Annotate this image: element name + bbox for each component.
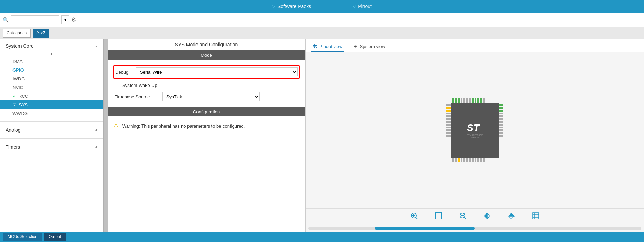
software-packs-item[interactable]: ▽ Software Packs	[272, 3, 311, 9]
sidebar-item-wwdg[interactable]: WWDG	[0, 109, 103, 118]
grid-button[interactable]	[532, 212, 540, 222]
pin-top-7	[469, 98, 471, 103]
svg-line-7	[464, 217, 466, 219]
system-core-label: System Core	[6, 43, 34, 49]
sidebar-item-sys[interactable]: ☑ SYS	[0, 100, 103, 109]
pin-left-10	[446, 129, 451, 131]
pin-top-11	[480, 98, 482, 103]
search-input[interactable]	[11, 15, 59, 24]
mode-section-header: Mode	[108, 50, 305, 60]
pin-top-8	[472, 98, 474, 103]
chip-model-text: STM32F030C8	[467, 134, 483, 136]
pin-left-4	[446, 113, 451, 114]
sys-check-icon: ☑	[12, 102, 17, 107]
sidebar-item-dma[interactable]: DMA	[0, 57, 103, 66]
sys-label: SYS	[19, 102, 28, 107]
fit-view-button[interactable]	[435, 212, 442, 222]
warning-icon: ⚠	[113, 122, 119, 130]
sidebar-item-iwdg[interactable]: IWDG	[0, 74, 103, 83]
categories-button[interactable]: Categories	[3, 29, 31, 38]
tab-system-view[interactable]: ⊞ System view	[352, 41, 386, 52]
chip-package-text: LQFP-48	[470, 136, 479, 139]
output-button[interactable]: Output	[44, 233, 66, 241]
sidebar: System Core ⌄ ▲ DMA GPIO IWDG NVIC ✓	[0, 39, 104, 232]
chip-body: ST STM32F030C8 LQFP-48	[451, 103, 499, 158]
zoom-in-button[interactable]	[410, 212, 418, 222]
sidebar-item-rcc[interactable]: ✓ RCC	[0, 92, 103, 100]
analog-label: Analog	[6, 127, 21, 133]
pin-right-5	[499, 115, 503, 117]
svg-text:ST: ST	[467, 122, 480, 132]
pinout-item[interactable]: ▽ Pinout	[353, 3, 372, 9]
pin-top-3	[458, 98, 460, 103]
view-tabs: 🛠 Pinout view ⊞ System view	[306, 39, 644, 52]
rcc-check-icon: ✓	[12, 94, 16, 99]
pin-left-11	[446, 132, 451, 134]
debug-select[interactable]: Serial Wire No Debug Trace Asynchronous …	[136, 67, 298, 76]
right-scrollbar[interactable]	[308, 227, 641, 230]
timebase-select[interactable]: SysTick TIM1 TIM2	[162, 92, 260, 101]
pins-top	[452, 98, 485, 103]
pin-bottom-6	[466, 158, 468, 162]
chip-container: ST STM32F030C8 LQFP-48	[440, 92, 510, 169]
sidebar-item-nvic[interactable]: NVIC	[0, 83, 103, 92]
pin-top-9	[475, 98, 476, 103]
pin-left-2	[446, 107, 451, 109]
sidebar-item-gpio[interactable]: GPIO	[0, 66, 103, 74]
pin-left-5	[446, 115, 451, 117]
pin-top-1	[452, 98, 454, 103]
system-core-section: System Core ⌄ ▲ DMA GPIO IWDG NVIC ✓	[0, 39, 103, 120]
pin-bottom-2	[455, 158, 457, 162]
pin-right-10	[499, 129, 503, 131]
pins-bottom	[452, 158, 485, 162]
right-scrollbar-thumb	[375, 227, 475, 230]
pin-top-10	[477, 98, 479, 103]
pin-top-5	[463, 98, 465, 103]
pin-right-8	[499, 124, 503, 126]
pin-bottom-9	[475, 158, 476, 162]
pin-bottom-3	[458, 158, 460, 162]
analog-chevron: >	[95, 128, 98, 132]
analog-category[interactable]: Analog >	[0, 125, 103, 135]
gear-icon[interactable]: ⚙	[71, 16, 76, 23]
system-wakeup-checkbox[interactable]	[115, 83, 119, 88]
pinout-view-label: Pinout view	[319, 44, 342, 49]
panel-title: SYS Mode and Configuration	[108, 39, 305, 50]
system-view-icon: ⊞	[353, 43, 358, 49]
pin-bottom-4	[461, 158, 462, 162]
pins-right	[499, 104, 503, 137]
middle-panel: SYS Mode and Configuration Mode Debug Se…	[108, 39, 306, 232]
flip-horizontal-button[interactable]	[483, 212, 491, 222]
pin-right-4	[499, 113, 503, 114]
nvic-label: NVIC	[12, 85, 23, 90]
zoom-out-button[interactable]	[459, 212, 467, 222]
timers-label: Timers	[6, 144, 20, 150]
pin-bottom-11	[480, 158, 482, 162]
categories-bar: Categories A->Z	[0, 27, 644, 39]
flip-vertical-button[interactable]	[508, 212, 515, 222]
az-button[interactable]: A->Z	[33, 29, 49, 38]
search-dropdown-button[interactable]: ▼	[61, 15, 69, 24]
mode-section: Debug Serial Wire No Debug Trace Asynchr…	[108, 60, 305, 107]
sidebar-divider-1	[0, 121, 103, 122]
analog-section: Analog >	[0, 123, 103, 137]
pin-left-12	[446, 135, 451, 137]
right-panel: 🛠 Pinout view ⊞ System view	[306, 39, 644, 232]
pin-bottom-10	[477, 158, 479, 162]
timebase-row: Timebase Source SysTick TIM1 TIM2	[113, 92, 300, 101]
tab-pinout-view[interactable]: 🛠 Pinout view	[311, 41, 344, 52]
st-logo: ST	[466, 122, 484, 132]
pin-top-2	[455, 98, 457, 103]
pin-bottom-7	[469, 158, 471, 162]
chip-toolbar	[306, 208, 644, 225]
pin-right-12	[499, 135, 503, 137]
pinout-view-icon: 🛠	[312, 43, 317, 49]
mcus-selection-button[interactable]: MCUs Selection	[3, 233, 42, 241]
resize-handle[interactable]	[104, 39, 108, 232]
timers-category[interactable]: Timers >	[0, 142, 103, 152]
system-core-category[interactable]: System Core ⌄	[0, 41, 103, 51]
pin-right-6	[499, 118, 503, 120]
pin-bottom-8	[472, 158, 474, 162]
system-core-chevron: ⌄	[94, 43, 98, 48]
gpio-label: GPIO	[12, 67, 24, 73]
